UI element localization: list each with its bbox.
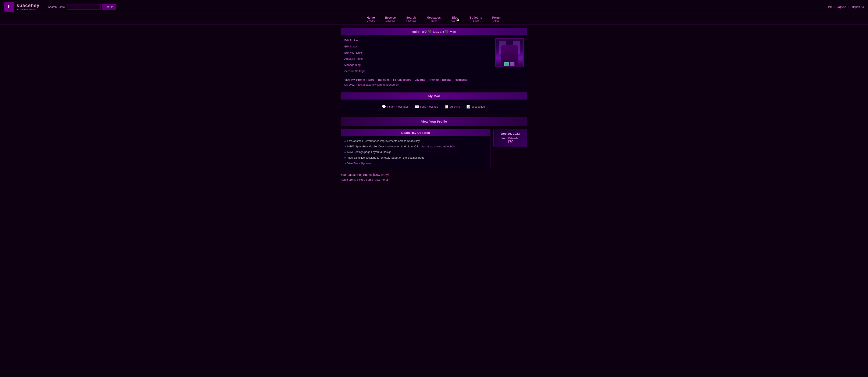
- bulletins-label: bulletins: [450, 105, 460, 108]
- nav-messages-sub: Invite: [431, 19, 437, 22]
- logo-tagline: a space for friends: [17, 8, 39, 11]
- logo-name: spacehey: [17, 3, 39, 8]
- instant-messages-icon: 💬: [382, 105, 386, 109]
- nav-browse-label: Browse: [385, 16, 396, 19]
- updates-list: Lots of small Performance improvements a…: [344, 139, 487, 165]
- view-blog-link[interactable]: Blog: [368, 78, 375, 81]
- bulletins-icon: 📋: [444, 105, 449, 109]
- url-label: My URL:: [344, 83, 355, 86]
- edit-status-link[interactable]: Edit Status: [344, 44, 491, 48]
- view-my-links: Profile | Blog | Bulletins | Forum Topic…: [356, 78, 467, 81]
- sidebar-date: Dec 29, 2023: [496, 132, 525, 135]
- account-settings-link[interactable]: Account Settings: [344, 69, 491, 73]
- nav-bulletins-label: Bulletins: [469, 16, 482, 19]
- view-friends-link[interactable]: Friends: [429, 78, 439, 81]
- search-area: Search Users: Search: [48, 4, 116, 9]
- mobile-link[interactable]: https://spacehey.com/mobile: [420, 145, 455, 148]
- separator-1: |: [834, 5, 835, 8]
- post-bulletin-label: post bulletin: [472, 105, 486, 108]
- view-profile-card: View Your Profile: [341, 117, 527, 126]
- mail-links: 💬 instant messages ✉️ send message 📋 bul…: [344, 103, 524, 111]
- nav-item-home[interactable]: Home Groups: [362, 15, 380, 23]
- instant-messages-link[interactable]: 💬 instant messages: [382, 105, 408, 109]
- view-profile-link[interactable]: Profile: [356, 78, 365, 81]
- hello-card: Hello, ☆✧ 🖤 SILVER 🖤 ✧☆! Edit Profile Ed…: [341, 28, 527, 90]
- profile-links-col: Edit Profile Edit Status Edit Your Links…: [344, 38, 491, 75]
- updates-body: Lots of small Performance improvements a…: [341, 136, 490, 170]
- hello-section: Edit Profile Edit Status Edit Your Links…: [344, 38, 524, 75]
- view-my-section: View My: Profile | Blog | Bulletins | Fo…: [344, 78, 524, 81]
- new-entry-link[interactable]: New Entry: [374, 173, 388, 176]
- nav-blog-label: Blog: [452, 16, 459, 19]
- view-bulletins-link[interactable]: Bulletins: [378, 78, 390, 81]
- header: h spacehey a space for friends Search Us…: [0, 0, 868, 14]
- nav-search-label: Search: [406, 16, 416, 19]
- nav-item-messages[interactable]: Messages Invite: [422, 15, 446, 23]
- avatar-items: [504, 62, 515, 66]
- instant-messages-label: instant messages: [387, 105, 408, 108]
- search-input[interactable]: [67, 4, 101, 9]
- nav-blog-sub: App 🏳️: [451, 19, 459, 22]
- manage-blog-link[interactable]: Manage Blog: [344, 63, 491, 67]
- update-item-5: View More Updates: [344, 161, 487, 165]
- my-mail-card: My Mail 💬 instant messages ✉️ send messa…: [341, 92, 527, 114]
- view-more-updates-link[interactable]: View More Updates: [347, 162, 371, 165]
- bulletins-link[interactable]: 📋 bulletins: [444, 105, 460, 109]
- nav-item-forum[interactable]: Forum About: [487, 15, 506, 23]
- logo-icon: h: [4, 2, 14, 12]
- view-layouts-link[interactable]: Layouts: [414, 78, 425, 81]
- nav-home-sub: Groups: [367, 19, 375, 22]
- updates-card: SpaceHey Updates Lots of small Performan…: [341, 129, 491, 170]
- edit-your-links-link[interactable]: Edit Your Links: [344, 50, 491, 55]
- nav-forum-sub: About: [493, 19, 500, 22]
- view-forum-topics-link[interactable]: Forum Topics: [393, 78, 411, 81]
- my-url-link[interactable]: https://spacehey.com/hedgehogform: [356, 83, 400, 86]
- view-more-blog-link[interactable]: view more: [375, 178, 387, 181]
- update-item-1: Lots of small Performance improvements a…: [344, 139, 487, 143]
- nav-browse-sub: Layouts: [386, 19, 395, 22]
- logout-link[interactable]: LogOut: [837, 5, 846, 8]
- view-requests-link[interactable]: Requests: [455, 78, 467, 81]
- blog-add: Add a profile picture frame [view more]: [341, 178, 491, 181]
- send-message-link[interactable]: ✉️ send message: [415, 105, 438, 109]
- sidebar-date-card: Dec 29, 2023 Your Friends: 170: [493, 129, 527, 147]
- friends-count: 170: [507, 140, 514, 144]
- add-edit-photo-link[interactable]: Add/Edit Photo: [344, 57, 491, 61]
- view-your-profile-button[interactable]: View Your Profile: [341, 117, 527, 126]
- add-profile-frame-link[interactable]: Add a profile picture frame: [341, 178, 373, 181]
- blog-section: Your Latest Blog Entries [New Entry] Add…: [341, 173, 491, 181]
- update-item-3: New Settings page Layout & Design: [344, 150, 487, 154]
- hello-body: Edit Profile Edit Status Edit Your Links…: [341, 35, 527, 89]
- nav-search-sub: Favorites: [406, 19, 416, 22]
- search-button[interactable]: Search: [102, 4, 116, 9]
- post-bulletin-link[interactable]: 📝 post bulletin: [466, 105, 486, 109]
- logo-text: spacehey a space for friends: [17, 3, 39, 11]
- nav-home-label: Home: [367, 16, 375, 19]
- nav-item-browse[interactable]: Browse Layouts: [380, 15, 401, 23]
- header-links: Help | LogOut | Support us: [827, 5, 864, 8]
- nav-item-search[interactable]: Search Favorites: [401, 15, 422, 23]
- my-mail-header: My Mail: [341, 93, 527, 100]
- help-link[interactable]: Help: [827, 5, 832, 8]
- avatar-inner: [496, 39, 523, 67]
- updates-header: SpaceHey Updates: [341, 129, 490, 136]
- logo-area: h spacehey a space for friends: [4, 2, 39, 12]
- post-bulletin-icon: 📝: [466, 105, 471, 109]
- update-item-2: NEW: SpaceHey Mobile! Download now on An…: [344, 145, 487, 148]
- edit-profile-link[interactable]: Edit Profile: [344, 38, 491, 42]
- main-content: Hello, ☆✧ 🖤 SILVER 🖤 ✧☆! Edit Profile Ed…: [339, 28, 529, 184]
- view-blocks-link[interactable]: Blocks: [442, 78, 451, 81]
- nav-forum-label: Forum: [492, 16, 501, 19]
- separator-2: |: [848, 5, 849, 8]
- support-link[interactable]: Support us: [850, 5, 864, 8]
- avatar-item-1: [504, 62, 509, 66]
- nav-item-bulletins[interactable]: Bulletins Shop: [464, 15, 487, 23]
- search-users-label: Search Users:: [48, 5, 65, 8]
- blog-title: Your Latest Blog Entries [New Entry]: [341, 173, 491, 176]
- left-col: SpaceHey Updates Lots of small Performan…: [341, 129, 491, 184]
- nav-bulletins-sub: Shop: [473, 19, 479, 22]
- two-col-layout: SpaceHey Updates Lots of small Performan…: [341, 129, 527, 184]
- send-message-icon: ✉️: [415, 105, 419, 109]
- view-my-label: View My:: [344, 78, 356, 81]
- nav-item-blog[interactable]: Blog App 🏳️: [446, 15, 464, 23]
